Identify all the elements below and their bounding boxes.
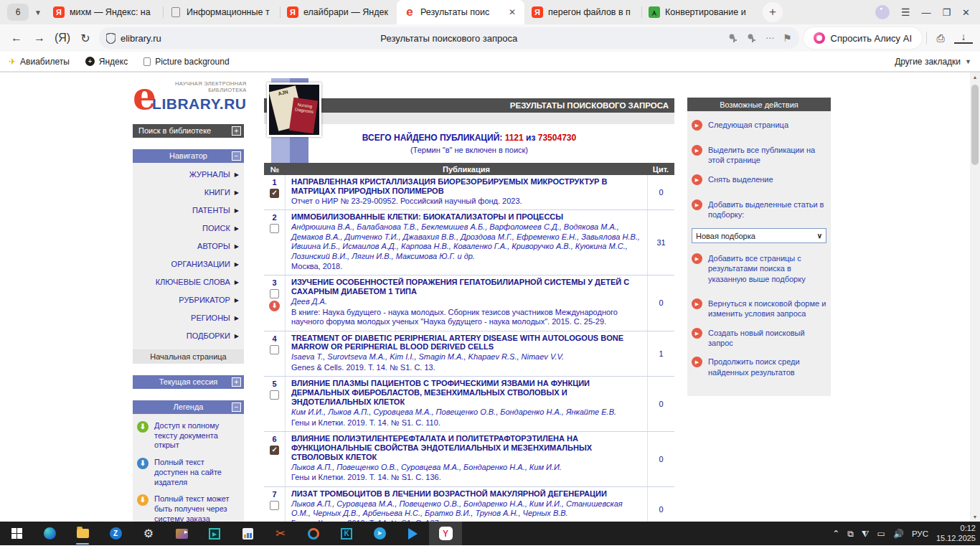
row-checkbox[interactable]: [270, 446, 279, 455]
action-new-search[interactable]: ▶ Создать новый поисковый запрос: [692, 328, 826, 349]
yandex-home-icon[interactable]: (Я): [53, 32, 72, 44]
page-scrollbar[interactable]: ▲ ▼: [970, 72, 980, 522]
tab-file-transfer[interactable]: Я перегон файлов в п: [524, 0, 641, 24]
downloads-icon[interactable]: ↓: [954, 32, 973, 44]
arrow-right-icon: ▶: [235, 261, 239, 268]
row-checkbox[interactable]: [270, 189, 279, 198]
forward-icon[interactable]: →: [30, 32, 49, 44]
screen-record-icon[interactable]: ⧉: [847, 529, 854, 539]
current-session-header[interactable]: Текущая сессия +: [133, 375, 244, 389]
sidebar-item-keywords[interactable]: КЛЮЧЕВЫЕ СЛОВА▶: [133, 273, 244, 291]
action-add-selected[interactable]: ▶ Добавить выделенные статьи в подборку:: [692, 199, 826, 220]
tray-expand-icon[interactable]: ⌃: [832, 529, 839, 539]
sidebar-item-rubricator[interactable]: РУБРИКАТОР▶: [133, 291, 244, 309]
action-back-to-search-form[interactable]: ▶ Вернуться к поисковой форме и изменить…: [692, 298, 826, 319]
publication-title[interactable]: НАПРАВЛЕННАЯ КРИСТАЛЛИЗАЦИЯ БИОРЕЗОРБИРУ…: [291, 177, 643, 196]
taskbar-yandex-browser[interactable]: Y: [429, 522, 462, 545]
action-deselect[interactable]: ▶ Снять выделение: [692, 174, 826, 185]
password-manager-icon[interactable]: [728, 33, 738, 43]
sidebar-item-authors[interactable]: АВТОРЫ▶: [133, 237, 244, 255]
battery-icon[interactable]: ▭: [877, 529, 885, 539]
tab-counter[interactable]: 6: [7, 4, 29, 21]
home-page-link[interactable]: Начальная страница: [133, 349, 244, 364]
more-actions-icon[interactable]: ⋯: [765, 33, 774, 43]
collapse-icon[interactable]: −: [232, 151, 241, 161]
translate-icon[interactable]: [747, 33, 757, 43]
sidebar-item-patents[interactable]: ПАТЕНТЫ▶: [133, 202, 244, 220]
tab-results-active[interactable]: e Результаты поис ✕: [397, 0, 524, 24]
publication-title[interactable]: ВЛИЯНИЕ ПЛАЗМЫ ПАЦИЕНТОВ С ТРОФИЧЕСКИМИ …: [291, 379, 643, 407]
volume-icon[interactable]: 🔊: [893, 529, 904, 539]
taskbar-blue-app[interactable]: Z: [99, 522, 132, 545]
scroll-up-icon[interactable]: ▲: [970, 75, 980, 80]
bookmark-picture-background[interactable]: Picture background: [143, 57, 229, 67]
restore-button[interactable]: ❐: [942, 7, 951, 18]
sidebar-item-journals[interactable]: ЖУРНАЛЫ▶: [133, 166, 244, 184]
tab-elibrary-search[interactable]: Я елайбрари — Яндек: [280, 0, 397, 24]
tab-list-chevron-icon[interactable]: ▼: [30, 4, 46, 21]
collapse-icon[interactable]: −: [232, 402, 241, 412]
elibrary-logo[interactable]: e НАУЧНАЯ ЭЛЕКТРОННАЯ БИБЛИОТЕКА LIBRARY…: [133, 80, 244, 113]
taskbar-k-app[interactable]: K: [330, 522, 363, 545]
action-search-within-results[interactable]: ▶ Продолжить поиск среди найденных резул…: [692, 357, 826, 377]
taskbar-telegram[interactable]: ➤: [363, 522, 396, 545]
minimize-button[interactable]: —: [921, 7, 930, 18]
search-in-library-header[interactable]: Поиск в библиотеке +: [133, 124, 244, 138]
browser-menu-icon[interactable]: ☰: [901, 6, 910, 18]
sidebar-item-books[interactable]: КНИГИ▶: [133, 184, 244, 202]
taskbar-scissors-app[interactable]: ✂: [264, 522, 297, 545]
tab-mikhm[interactable]: Я михм — Яндекс: на: [46, 0, 163, 24]
tab-info-tech[interactable]: Информационные т: [163, 0, 280, 24]
taskbar-sync-app[interactable]: [297, 522, 330, 545]
row-checkbox[interactable]: [270, 390, 279, 400]
sidebar-item-collections[interactable]: ПОДБОРКИ▶: [133, 327, 244, 345]
ask-alice-button[interactable]: Спросить Алису AI: [804, 27, 922, 49]
start-button[interactable]: [0, 522, 33, 545]
row-checkbox[interactable]: [270, 501, 279, 510]
wifi-icon[interactable]: ⧨: [862, 529, 870, 539]
sidebar-item-organizations[interactable]: ОРГАНИЗАЦИИ▶: [133, 255, 244, 273]
action-next-page[interactable]: ▶ Следующая страница: [692, 120, 826, 131]
bookmark-flag-icon[interactable]: ⚑: [783, 32, 792, 44]
tab-converting[interactable]: ⋏ Конвертирование и: [641, 0, 758, 24]
publication-title[interactable]: ЛИЗАТ ТРОМБОЦИТОВ В ЛЕЧЕНИИ ВОЗРАСТНОЙ М…: [291, 489, 643, 499]
other-bookmarks-button[interactable]: Другие закладки ▼: [895, 57, 971, 67]
bookmark-aviatickets[interactable]: ✈ Авиабилеты: [9, 57, 70, 67]
language-indicator[interactable]: РУС: [912, 529, 928, 538]
tab-close-icon[interactable]: ✕: [507, 7, 517, 17]
publication-title[interactable]: ВЛИЯНИЕ ПОЛИЭТИЛЕНТЕРЕФТАЛАТА И ПОЛИТЕТР…: [291, 434, 643, 462]
taskbar-video-editor[interactable]: [165, 522, 198, 545]
new-tab-button[interactable]: +: [763, 2, 783, 22]
publication-title[interactable]: ИММОБИЛИЗОВАННЫЕ КЛЕТКИ: БИОКАТАЛИЗАТОРЫ…: [291, 212, 643, 222]
taskbar-explorer[interactable]: [66, 522, 99, 545]
extensions-icon[interactable]: ⎙: [931, 32, 950, 44]
taskbar-presentation[interactable]: [231, 522, 264, 545]
taskbar-vsdc[interactable]: ▶: [198, 522, 231, 545]
row-checkbox[interactable]: [270, 345, 279, 354]
publication-title[interactable]: ИЗУЧЕНИЕ ОСОБЕННОСТЕЙ ПОРАЖЕНИЯ ГЕПАТОБИ…: [291, 278, 643, 296]
action-select-all[interactable]: ▶ Выделить все публикации на этой страни…: [692, 145, 826, 166]
scroll-down-icon[interactable]: ▼: [970, 514, 980, 519]
action-add-all-pages[interactable]: ▶ Добавить все страницы с результатами п…: [692, 253, 826, 284]
scrollbar-thumb[interactable]: [971, 85, 979, 165]
close-button[interactable]: ✕: [962, 7, 970, 18]
refresh-icon[interactable]: ↻: [76, 32, 95, 45]
back-icon[interactable]: ←: [7, 32, 26, 44]
sidebar-item-search[interactable]: ПОИСК▶: [133, 220, 244, 237]
taskbar-vscode[interactable]: [396, 522, 429, 545]
row-checkbox[interactable]: [270, 289, 279, 298]
legend-header[interactable]: Легенда −: [133, 400, 244, 414]
url-input[interactable]: elibrary.ru Результаты поискового запрос…: [99, 27, 799, 49]
collection-select[interactable]: Новая подборка ∨: [692, 228, 826, 243]
expand-icon[interactable]: +: [232, 377, 241, 387]
expand-icon[interactable]: +: [232, 126, 241, 136]
clock[interactable]: 0:12 15.12.2025: [936, 524, 976, 544]
navigator-header[interactable]: Навигатор −: [133, 149, 244, 163]
publication-title[interactable]: TREATMENT OF DIABETIC PERIPHERIAL ARTERY…: [291, 334, 643, 352]
row-checkbox[interactable]: [270, 224, 279, 233]
taskbar-settings[interactable]: ⚙: [132, 522, 165, 545]
sidebar-item-regions[interactable]: РЕГИОНЫ▶: [133, 309, 244, 327]
taskbar-edge[interactable]: [33, 522, 66, 545]
bookmark-yandex[interactable]: + Яндекс: [85, 57, 128, 67]
profile-avatar[interactable]: [875, 5, 890, 19]
